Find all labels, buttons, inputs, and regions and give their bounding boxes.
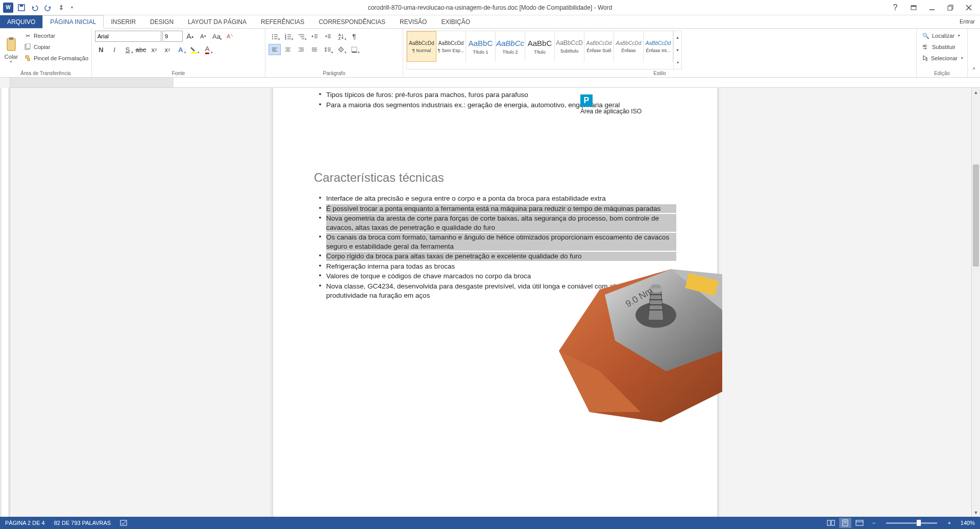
style-item-7[interactable]: AaBbCcDdÊnfase <box>614 31 644 62</box>
tab-file[interactable]: ARQUIVO <box>0 15 42 28</box>
strike-icon[interactable]: abc <box>135 44 147 55</box>
font-size-input[interactable] <box>162 31 183 42</box>
vertical-ruler[interactable] <box>0 88 10 517</box>
show-marks-icon[interactable]: ¶ <box>348 31 360 42</box>
style-item-0[interactable]: AaBbCcDd¶ Normal <box>407 31 436 62</box>
styles-gallery[interactable]: AaBbCcDd¶ NormalAaBbCcDd¶ Sem Esp...AaBb… <box>406 31 682 69</box>
italic-icon[interactable]: I <box>108 44 120 55</box>
underline-icon[interactable]: S <box>121 44 134 55</box>
highlight-icon[interactable] <box>188 44 200 55</box>
numbering-icon[interactable]: 123 <box>282 31 294 42</box>
style-name: Ênfase Sutil <box>585 48 612 53</box>
align-left-icon[interactable] <box>268 44 281 55</box>
font-name-input[interactable] <box>95 31 161 42</box>
document-canvas[interactable]: •Tipos típicos de furos: pré-furos para … <box>10 88 980 517</box>
minimize-icon[interactable] <box>925 3 939 13</box>
touch-mode-icon[interactable] <box>55 2 67 14</box>
text-effects-icon[interactable]: A <box>175 44 187 55</box>
find-icon: 🔍 <box>922 32 930 40</box>
align-right-icon[interactable] <box>295 44 307 55</box>
ruler-corner <box>0 78 10 88</box>
zoom-slider[interactable] <box>886 522 937 524</box>
status-words[interactable]: 82 DE 793 PALAVRAS <box>54 520 111 526</box>
bold-icon[interactable]: N <box>95 44 107 55</box>
tab-review[interactable]: REVISÃO <box>393 15 434 28</box>
zoom-thumb[interactable] <box>917 520 921 526</box>
web-layout-icon[interactable] <box>853 518 866 528</box>
zoom-out-icon[interactable]: − <box>868 518 880 528</box>
multilevel-icon[interactable] <box>295 31 307 42</box>
subscript-icon[interactable]: x2 <box>148 44 160 55</box>
status-page[interactable]: PÁGINA 2 DE 4 <box>5 520 45 526</box>
word-app-icon[interactable]: W <box>2 2 14 14</box>
styles-expand-icon[interactable]: ▾ <box>674 56 681 69</box>
bullet-icon: • <box>314 101 326 110</box>
clear-format-icon[interactable]: A <box>224 31 236 42</box>
read-mode-icon[interactable] <box>825 518 837 528</box>
bullets-icon[interactable] <box>268 31 281 42</box>
style-item-2[interactable]: AaBbCTítulo 1 <box>466 31 496 62</box>
bullet-icon: • <box>314 282 326 300</box>
redo-icon[interactable] <box>42 2 54 14</box>
shrink-font-icon[interactable]: A▾ <box>197 31 209 42</box>
style-item-6[interactable]: AaBbCcDdÊnfase Sutil <box>584 31 614 62</box>
decrease-indent-icon[interactable] <box>308 31 321 42</box>
format-painter-button[interactable]: Pincel de Formatação <box>21 53 90 63</box>
zoom-in-icon[interactable]: + <box>943 518 955 528</box>
close-icon[interactable] <box>962 3 976 13</box>
vertical-scrollbar[interactable]: ▲ ▼ <box>971 88 980 517</box>
tab-view[interactable]: EXIBIÇÃO <box>434 15 477 28</box>
font-color-icon[interactable]: A <box>201 44 213 55</box>
tab-layout[interactable]: LAYOUT DA PÁGINA <box>181 15 254 28</box>
change-case-icon[interactable]: Aa <box>210 31 223 42</box>
replace-button[interactable]: abSubstituir <box>920 42 964 52</box>
svg-point-19 <box>272 38 273 39</box>
shading-icon[interactable] <box>335 44 347 55</box>
style-item-4[interactable]: AaBbCTítulo <box>525 31 555 62</box>
borders-icon[interactable] <box>348 44 360 55</box>
style-item-8[interactable]: AaBbCcDdÊnfase Int... <box>644 31 673 62</box>
style-item-3[interactable]: AaBbCcTítulo 2 <box>496 31 525 62</box>
status-proofing-icon[interactable] <box>120 519 128 526</box>
editing-group-label: Edição <box>920 69 964 76</box>
restore-icon[interactable] <box>943 3 958 13</box>
tab-design[interactable]: DESIGN <box>143 15 181 28</box>
ribbon-display-icon[interactable] <box>906 3 921 13</box>
tab-home[interactable]: PÁGINA INICIAL <box>42 15 104 29</box>
superscript-icon[interactable]: x2 <box>161 44 174 55</box>
print-layout-icon[interactable] <box>839 518 851 528</box>
help-icon[interactable]: ? <box>888 3 902 13</box>
zoom-level[interactable]: 140% <box>961 520 975 526</box>
increase-indent-icon[interactable] <box>322 31 334 42</box>
cut-button[interactable]: ✂Recortar <box>21 31 90 41</box>
undo-icon[interactable] <box>29 2 41 14</box>
collapse-ribbon-icon[interactable]: ^ <box>968 64 980 75</box>
grow-font-icon[interactable]: A▴ <box>184 31 196 42</box>
tab-references[interactable]: REFERÊNCIAS <box>254 15 311 28</box>
paste-button[interactable]: Colar ▾ <box>3 31 19 69</box>
save-icon[interactable] <box>15 2 28 14</box>
document-page[interactable]: •Tipos típicos de furos: pré-furos para … <box>273 88 717 517</box>
justify-icon[interactable] <box>308 44 321 55</box>
style-item-5[interactable]: AaBbCcDSubtítulo <box>555 31 584 62</box>
style-item-1[interactable]: AaBbCcDd¶ Sem Esp... <box>436 31 466 62</box>
copy-button[interactable]: Copiar <box>21 42 90 52</box>
tab-insert[interactable]: INSERIR <box>104 15 143 28</box>
styles-scroll-down-icon[interactable]: ▼ <box>674 44 681 57</box>
scrollbar-thumb[interactable] <box>973 164 979 267</box>
bullet-icon: • <box>314 233 326 251</box>
select-button[interactable]: Selecionar▾ <box>920 53 964 63</box>
svg-text:Z: Z <box>338 37 341 40</box>
scroll-up-icon[interactable]: ▲ <box>972 88 980 97</box>
qat-customize-icon[interactable]: ▾ <box>68 2 76 14</box>
signin-link[interactable]: Entrar <box>960 18 975 25</box>
find-button[interactable]: 🔍Localizar▾ <box>920 31 964 41</box>
align-center-icon[interactable] <box>282 44 294 55</box>
horizontal-ruler[interactable] <box>10 78 980 88</box>
styles-scroll-up-icon[interactable]: ▲ <box>674 31 681 44</box>
line-spacing-icon[interactable] <box>322 44 334 55</box>
svg-rect-53 <box>352 47 357 52</box>
scroll-down-icon[interactable]: ▼ <box>972 508 980 517</box>
tab-mailings[interactable]: CORRESPONDÊNCIAS <box>311 15 393 28</box>
sort-icon[interactable]: AZ <box>335 31 347 42</box>
